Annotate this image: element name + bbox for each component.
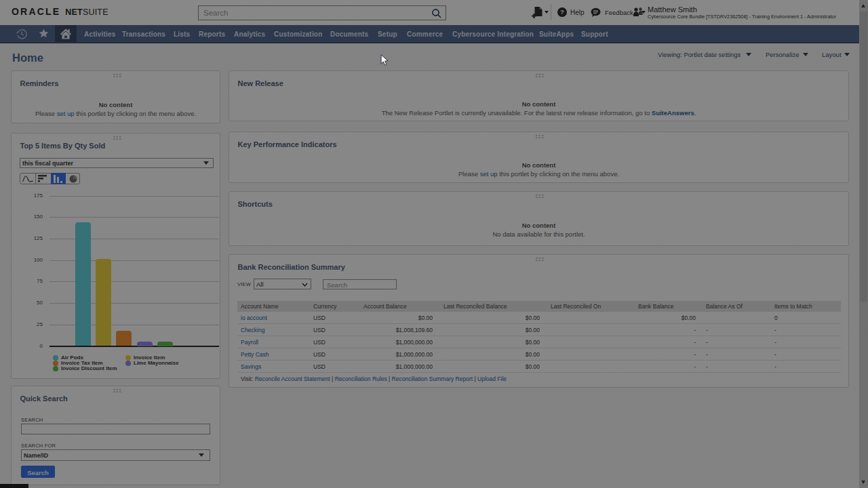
svg-text:?: ? bbox=[560, 8, 564, 16]
